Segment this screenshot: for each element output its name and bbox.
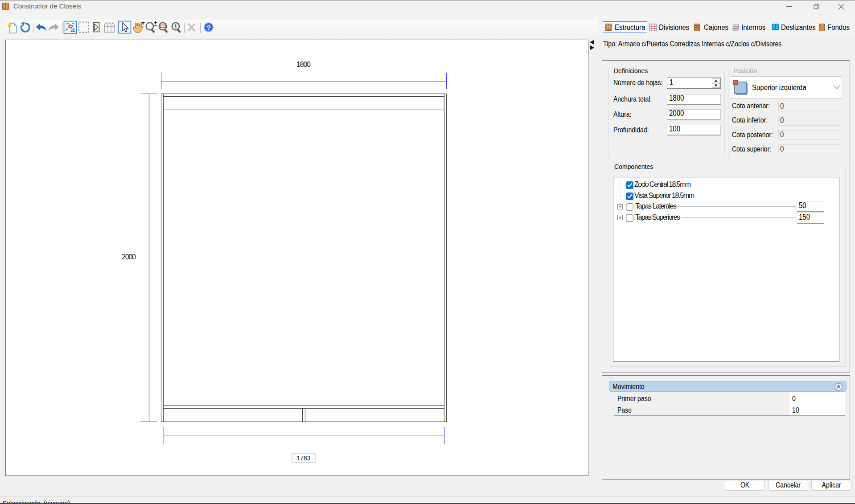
svg-text:Tapas Laterales: Tapas Laterales: [635, 202, 677, 210]
svg-text:Vista Superior 18.5mm: Vista Superior 18.5mm: [634, 192, 695, 199]
svg-text:Tapas Superiores: Tapas Superiores: [635, 213, 680, 221]
svg-text:1763: 1763: [297, 454, 311, 462]
svg-text:1800: 1800: [296, 61, 311, 68]
svg-text:Zoclo Central 18.5mm: Zoclo Central 18.5mm: [634, 180, 691, 188]
svg-text:2000: 2000: [122, 253, 136, 261]
svg-text:?: ?: [206, 24, 210, 31]
